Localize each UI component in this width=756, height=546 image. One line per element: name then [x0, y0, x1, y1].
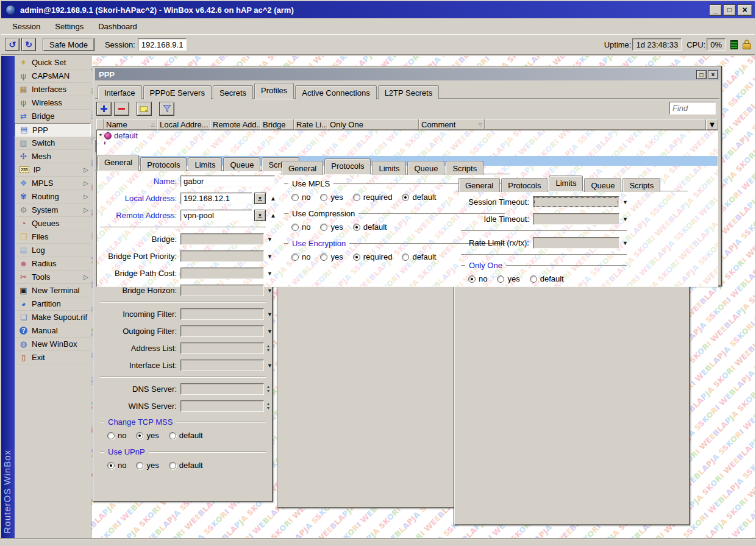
radio-unselected-icon[interactable]: [530, 275, 537, 283]
sidebar-item-bridge[interactable]: ⇄Bridge: [15, 110, 91, 123]
spinner-control[interactable]: ▴▾: [267, 344, 269, 353]
dropdown-arrow-icon[interactable]: ▼: [622, 240, 628, 246]
dropdown-arrow-icon[interactable]: ▼: [622, 216, 628, 222]
sidebar-item-switch[interactable]: ▥Switch: [15, 136, 91, 150]
maximize-button[interactable]: □: [723, 4, 736, 16]
radio-selected-icon[interactable]: [353, 254, 360, 261]
radio-option-no[interactable]: no: [468, 274, 487, 283]
ppp-tab-secrets[interactable]: Secrets: [213, 85, 253, 99]
radio-option-no[interactable]: no: [107, 461, 126, 470]
dialog-limits-tab-general[interactable]: General: [458, 178, 500, 192]
sidebar-item-wireless[interactable]: ψWireless: [15, 96, 91, 110]
dropdown-arrow-icon[interactable]: ▼: [267, 288, 273, 294]
menu-dashboard[interactable]: Dashboard: [91, 20, 144, 34]
column-header-remote-add[interactable]: Remote Add...: [210, 119, 260, 130]
radio-option-required[interactable]: required: [353, 193, 393, 202]
radio-option-yes[interactable]: yes: [136, 431, 159, 440]
dialog-protocols-tab-protocols[interactable]: Protocols: [324, 158, 371, 174]
redo-button[interactable]: ↻: [21, 38, 36, 51]
sidebar-item-capsman[interactable]: ψCAPsMAN: [15, 69, 91, 83]
dialog-general-tab-queue[interactable]: Queue: [223, 157, 260, 171]
column-header-comment[interactable]: Comment▽: [419, 119, 485, 130]
radio-option-yes[interactable]: yes: [320, 252, 343, 261]
dialog-limits-tab-scripts[interactable]: Scripts: [622, 178, 660, 192]
radio-selected-icon[interactable]: [402, 194, 409, 201]
field-input[interactable]: [180, 250, 264, 262]
dropdown-arrow-icon[interactable]: ▼: [267, 328, 273, 335]
radio-option-no[interactable]: no: [291, 193, 310, 202]
dialog-protocols-tab-queue[interactable]: Queue: [407, 161, 444, 175]
radio-option-default[interactable]: default: [169, 431, 203, 440]
radio-option-default[interactable]: default: [402, 252, 436, 261]
sidebar-item-ip[interactable]: 255IP▷: [15, 163, 91, 177]
radio-unselected-icon[interactable]: [320, 224, 327, 231]
dropdown-arrow-icon[interactable]: ▼: [267, 311, 273, 317]
column-header-name[interactable]: Name△: [104, 119, 157, 130]
ppp-close-button[interactable]: ×: [708, 70, 718, 79]
sidebar-item-quick-set[interactable]: ✶Quick Set: [15, 56, 91, 69]
field-input[interactable]: [180, 400, 264, 412]
field-input[interactable]: gabor: [180, 176, 275, 187]
radio-option-yes[interactable]: yes: [320, 193, 343, 202]
sidebar-item-log[interactable]: ▤Log: [15, 244, 91, 257]
radio-unselected-icon[interactable]: [169, 462, 176, 469]
sidebar-item-mesh[interactable]: ✣Mesh: [15, 150, 91, 163]
column-header-only-one[interactable]: Only One: [327, 119, 419, 130]
radio-selected-icon[interactable]: [468, 275, 476, 283]
expand-up-icon[interactable]: ▲: [270, 212, 276, 219]
sidebar-item-radius[interactable]: ☻Radius: [15, 257, 91, 271]
sidebar-item-new-terminal[interactable]: ▣New Terminal: [15, 284, 91, 297]
sidebar-item-mpls[interactable]: ❖MPLS▷: [15, 177, 91, 190]
radio-selected-icon[interactable]: [107, 462, 115, 469]
dialog-limits-tab-protocols[interactable]: Protocols: [501, 178, 547, 192]
radio-unselected-icon[interactable]: [353, 194, 360, 201]
radio-unselected-icon[interactable]: [402, 254, 409, 261]
add-button[interactable]: [96, 102, 112, 116]
radio-option-yes[interactable]: yes: [497, 274, 519, 283]
radio-option-default[interactable]: default: [353, 222, 387, 232]
radio-option-default[interactable]: default: [530, 274, 564, 283]
radio-unselected-icon[interactable]: [291, 224, 299, 231]
ppp-tab-pppoe-servers[interactable]: PPPoE Servers: [143, 85, 212, 99]
spinner-control[interactable]: ▴▾: [267, 385, 269, 394]
radio-unselected-icon[interactable]: [136, 462, 143, 469]
field-input[interactable]: [180, 325, 264, 337]
menu-session[interactable]: Session: [5, 20, 48, 34]
column-header-bridge[interactable]: Bridge: [260, 119, 294, 130]
field-input[interactable]: [180, 233, 264, 245]
safe-mode-button[interactable]: Safe Mode: [43, 38, 94, 51]
column-header-local-addre[interactable]: Local Addre...: [157, 119, 210, 130]
radio-unselected-icon[interactable]: [107, 432, 115, 439]
field-input[interactable]: [180, 383, 264, 395]
field-input[interactable]: [180, 308, 264, 320]
sidebar-item-routing[interactable]: ✾Routing▷: [15, 190, 91, 204]
remove-row-button[interactable]: [114, 102, 129, 116]
radio-option-default[interactable]: default: [169, 461, 203, 470]
dialog-general-tab-limits[interactable]: Limits: [188, 157, 222, 171]
dialog-general-tab-protocols[interactable]: Protocols: [140, 157, 187, 171]
radio-unselected-icon[interactable]: [169, 432, 176, 439]
column-header-flag[interactable]: [96, 119, 104, 130]
field-input[interactable]: vpn-pool: [180, 210, 252, 221]
menu-settings[interactable]: Settings: [48, 20, 91, 34]
sidebar-item-partition[interactable]: ◕Partition: [15, 297, 91, 311]
sidebar-item-files[interactable]: ❒Files: [15, 230, 91, 244]
comment-row-button[interactable]: [137, 102, 152, 116]
sidebar-item-interfaces[interactable]: ▦Interfaces: [15, 83, 91, 96]
field-input[interactable]: [180, 342, 264, 354]
radio-option-no[interactable]: no: [291, 252, 310, 261]
sidebar-item-exit[interactable]: ▯Exit: [15, 351, 91, 364]
ppp-tab-interface[interactable]: Interface: [98, 85, 142, 99]
undo-button[interactable]: ↺: [5, 38, 20, 51]
dialog-protocols-tab-general[interactable]: General: [282, 161, 323, 175]
dialog-limits-tab-limits[interactable]: Limits: [549, 176, 583, 191]
table-row[interactable]: *default: [97, 130, 718, 141]
radio-option-no[interactable]: no: [107, 431, 126, 440]
radio-option-default[interactable]: default: [402, 193, 436, 202]
radio-option-yes[interactable]: yes: [136, 461, 159, 470]
field-input[interactable]: [180, 268, 264, 279]
dropdown-arrow-icon[interactable]: ▼: [267, 271, 273, 277]
field-input[interactable]: 192.168.12.1: [180, 193, 252, 204]
dropdown-button[interactable]: ▼: [254, 193, 266, 204]
dropdown-arrow-icon[interactable]: ▼: [267, 236, 273, 243]
